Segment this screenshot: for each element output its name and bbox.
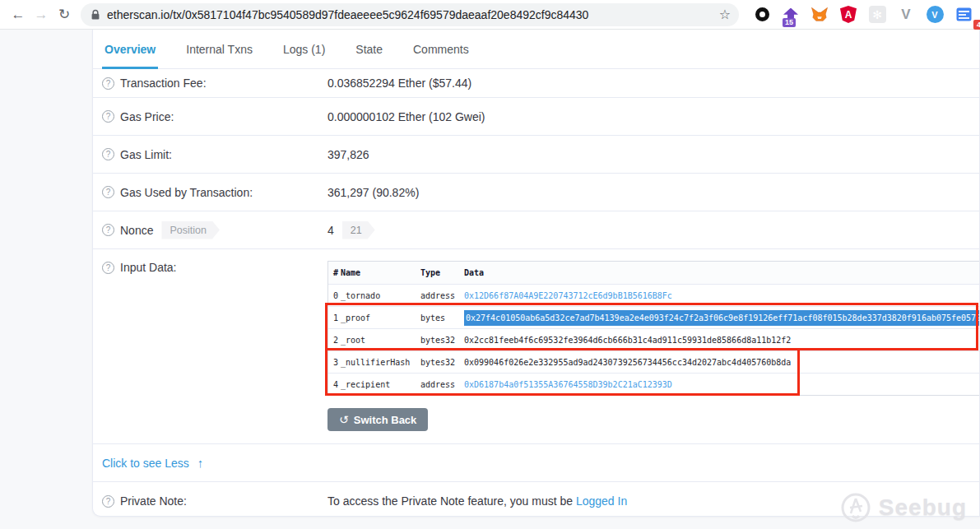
help-icon[interactable]: ? [102,495,114,508]
extension-badge: 15 [783,18,796,27]
header-name: Name [341,268,420,277]
row-value: 361,297 (90.82%) [327,186,419,199]
see-less-row: Click to see Less ↑ [93,444,979,482]
row-label: Transaction Fee: [120,77,207,90]
position-tag: Position [161,221,219,239]
switch-back-icon: ↺ [339,413,349,426]
table-row: 1 _proof bytes 0x27f4c01050ab6a5d32ce7ad… [328,306,980,328]
input-data-content: # Name Type Data 0 _tornado address 0x12… [327,261,980,431]
metamask-fox-icon[interactable] [810,5,829,25]
transaction-card: Overview Internal Txns Logs (1) State Co… [92,30,980,517]
help-icon[interactable]: ? [102,77,114,90]
help-icon[interactable]: ? [102,110,114,123]
arrow-up-icon: ↑ [197,456,204,470]
private-note-label: Private Note: [120,494,187,508]
header-type: Type [420,268,464,277]
seebug-logo-icon [839,491,872,524]
see-less-link[interactable]: Click to see Less [102,457,189,470]
help-icon[interactable]: ? [102,186,114,198]
row-transaction-fee: ? Transaction Fee: 0.036852294 Ether ($5… [93,69,979,98]
help-icon[interactable]: ? [102,148,114,160]
row-label: Gas Limit: [120,148,172,161]
edge-notification-badge: 4 [973,20,980,30]
dark-circle-extension-icon[interactable] [752,5,772,25]
extensions-bar: 15 A ✻ V V [752,5,973,25]
table-row: 3 _nullifierHash bytes32 0x099046f026e2e… [328,350,980,373]
flower-extension-icon[interactable]: ✻ [867,5,887,25]
url-text: etherscan.io/tx/0x5817104f47bc9540589d97… [107,8,713,21]
row-nonce: ? Nonce Position 4 21 [93,211,979,249]
blue-v-extension-icon[interactable]: V [925,5,945,25]
logged-in-link[interactable]: Logged In [576,494,627,508]
table-row: 0 _tornado address 0x12D66f87A04A9E22074… [328,284,980,306]
tab-logs[interactable]: Logs (1) [281,31,327,69]
seebug-watermark: Seebug [839,491,967,524]
lock-icon [91,9,100,21]
switch-back-button[interactable]: ↺ Switch Back [327,408,428,431]
root-data: 0x2cc81feeb4f6c69532fe3964d6cb666b31c4ad… [464,336,980,345]
browser-toolbar: ← → ↻ etherscan.io/tx/0x5817104f47bc9540… [0,0,980,30]
row-label: Gas Price: [120,110,174,123]
help-icon[interactable]: ? [102,224,114,236]
position-value-tag: 21 [342,221,375,239]
table-extension-icon[interactable] [954,5,973,25]
input-data-table: # Name Type Data 0 _tornado address 0x12… [327,261,980,396]
nullifier-hash-data: 0x099046f026e2e332955ad9ad24307392567344… [464,358,980,367]
reload-button[interactable]: ↻ [53,3,76,26]
tab-overview[interactable]: Overview [102,31,158,69]
table-header-row: # Name Type Data [328,262,980,284]
tab-internal-txns[interactable]: Internal Txns [183,31,255,69]
angular-extension-icon[interactable]: A [838,5,858,25]
url-bar[interactable]: etherscan.io/tx/0x5817104f47bc9540589d97… [81,3,739,26]
table-row: 4 _recipient address 0xD6187b4a0f51355A3… [328,373,980,395]
tab-bar: Overview Internal Txns Logs (1) State Co… [93,30,979,69]
back-button[interactable]: ← [7,3,30,26]
forward-button[interactable]: → [30,3,53,26]
bookmark-star-icon[interactable]: ☆ [719,7,731,22]
row-label: Gas Used by Transaction: [120,186,253,199]
tornado-address-link[interactable]: 0x12D66f87A04A9E220743712cE6d9bB1B5616B8… [464,291,980,300]
row-value: 397,826 [327,148,369,161]
row-gas-limit: ? Gas Limit: 397,826 [93,136,979,174]
table-row: 2 _root bytes32 0x2cc81feeb4f6c69532fe39… [328,328,980,350]
row-value: 0.036852294 Ether ($57.44) [327,77,471,90]
private-note-text: To access the Private Note feature, you … [327,494,573,508]
nonce-value: 4 [327,224,334,237]
row-gas-price: ? Gas Price: 0.000000102 Ether (102 Gwei… [93,98,979,136]
row-value: 0.000000102 Ether (102 Gwei) [327,110,485,123]
tab-comments[interactable]: Comments [411,31,471,69]
proof-data-selected-text: 0x27f4c01050ab6a5d32ce7ad7b4139ea2e4e093… [464,310,980,326]
tab-state[interactable]: State [353,31,385,69]
header-idx: # [328,268,341,277]
header-data: Data [464,268,980,277]
nonce-label: Nonce [120,224,153,237]
purple-arrow-extension-icon[interactable]: 15 [781,5,801,25]
row-input-data: ? Input Data: # Name Type Data 0 _tornad… [93,249,979,444]
help-icon[interactable]: ? [102,262,114,274]
recipient-address-link[interactable]: 0xD6187b4a0f51355A36764558D39b2C21aC1239… [464,380,980,389]
gray-v-extension-icon[interactable]: V [896,5,916,25]
row-gas-used: ? Gas Used by Transaction: 361,297 (90.8… [93,174,979,211]
etherscan-page: Overview Internal Txns Logs (1) State Co… [0,30,980,529]
input-data-label: Input Data: [120,261,177,274]
seebug-text: Seebug [879,494,967,521]
